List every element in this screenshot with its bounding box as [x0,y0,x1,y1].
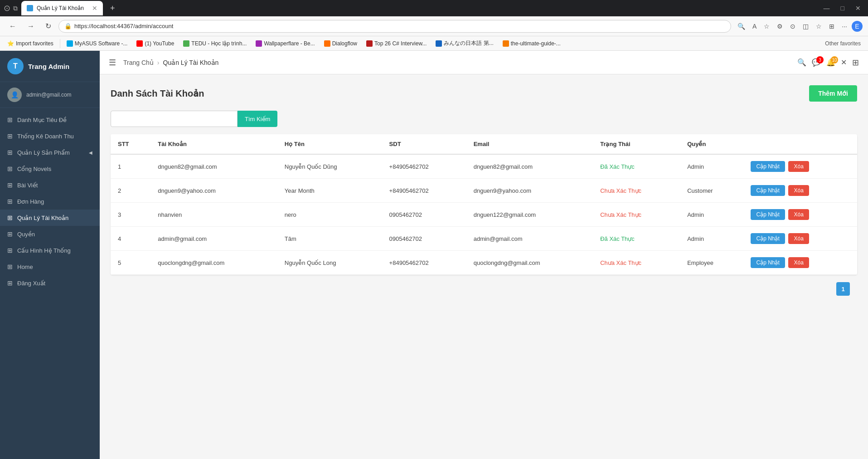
sidebar-logo: T [7,58,24,74]
delete-button-0[interactable]: Xóa [788,161,809,172]
cell-actions-1: Cập Nhật Xóa [743,179,857,203]
active-tab[interactable]: Quản Lý Tài Khoản ✕ [21,1,103,15]
col-tai-khoan: Tài Khoản [150,134,277,154]
bookmark-top26-label: Top 26 C# Interview... [374,40,427,47]
sidebar-item-cau-hinh[interactable]: ⊞ Cấu Hình Hệ Thống [0,242,100,259]
sidebar-item-cong-novels[interactable]: ⊞ Cổng Novels [0,161,100,177]
splitview-icon[interactable]: ◫ [800,21,811,32]
sidebar-item-quyen[interactable]: ⊞ Quyền [0,226,100,242]
star-icon[interactable]: ☆ [761,21,772,32]
update-button-4[interactable]: Cập Nhật [751,257,785,268]
delete-button-2[interactable]: Xóa [788,209,809,220]
page-1-button[interactable]: 1 [836,282,850,296]
other-favorites-label: Other favorites [825,40,861,47]
forward-button[interactable]: → [24,20,38,32]
bookmark-wallpaperflare[interactable]: Wallpaperflare - Be... [252,39,318,48]
search-button[interactable]: Tìm Kiếm [238,111,277,127]
table-row: 4 admin@gmail.com Tâm 0905462702 admin@g… [111,227,857,251]
bookmark-import-favorites[interactable]: ⭐ Import favorites [4,39,57,48]
translate-icon[interactable]: A [750,21,759,32]
breadcrumb-current: Quản Lý Tài Khoản [163,59,219,66]
bookmark-minnano-label: みんなの日本語 第... [444,39,493,47]
alert-button[interactable]: 🔔 10 [826,58,835,67]
address-bar[interactable]: 🔒 https://localhost:44367/admin/account [58,20,731,33]
col-ho-ten: Họ Tên [277,134,382,154]
cell-actions-3: Cập Nhật Xóa [743,227,857,251]
dang-xuat-label: Đăng Xuất [17,280,45,287]
sidebar-item-don-hang[interactable]: ⊞ Đơn Hàng [0,193,100,210]
cell-stt-0: 1 [111,154,150,179]
cell-sdt-3: 0905462702 [382,227,466,251]
bookmark-ultimate-icon [503,40,509,47]
cell-stt-1: 2 [111,179,150,203]
bookmark-myasus[interactable]: MyASUS Software -... [63,39,131,48]
cell-ho-ten-0: Nguyễn Quốc Dũng [277,154,382,179]
sidebar: T Trang Admin 👤 admin@gmail.com ⊞ Danh M… [0,51,100,459]
update-button-2[interactable]: Cập Nhật [751,209,785,220]
bookmark-myasus-label: MyASUS Software -... [75,40,128,47]
back-button[interactable]: ← [5,20,20,32]
reload-button[interactable]: ↻ [42,20,55,32]
bookmark-dialogflow-label: Dialogflow [332,40,357,47]
notification-badge: 3 [816,56,824,63]
search-topbar-button[interactable]: 🔍 [797,58,806,67]
update-button-3[interactable]: Cập Nhật [751,233,785,244]
cell-ho-ten-3: Tâm [277,227,382,251]
other-favorites-button[interactable]: Other favorites [821,39,864,48]
search-input[interactable] [111,111,238,127]
don-hang-label: Đơn Hàng [17,198,44,205]
sidebar-item-quan-ly-sp[interactable]: ⊞ Quản Lý Sản Phẩm ◀ [0,144,100,161]
extensions-icon[interactable]: ⚙ [774,21,786,32]
tab-close-button[interactable]: ✕ [92,5,97,12]
sidebar-item-bai-viet[interactable]: ⊞ Bài Viết [0,177,100,193]
update-button-1[interactable]: Cập Nhật [751,185,785,196]
bookmark-top26[interactable]: Top 26 C# Interview... [363,39,430,48]
tab-title: Quản Lý Tài Khoản [37,5,84,11]
sidebar-item-thong-ke[interactable]: ⊞ Thống Kê Doanh Thu [0,128,100,144]
update-button-0[interactable]: Cập Nhật [751,161,785,172]
close-button[interactable]: ✕ [852,4,864,13]
tab-icon [27,5,33,11]
sidebar-item-quan-ly-tk[interactable]: ⊞ Quản Lý Tài Khoản [0,210,100,226]
cell-quyen-0: Admin [680,154,743,179]
cell-email-2: dnguen122@gmail.com [466,203,593,227]
maximize-button[interactable]: □ [837,4,848,13]
delete-button-3[interactable]: Xóa [788,233,809,244]
sidebar-nav: ⊞ Danh Mục Tiêu Đề ⊞ Thống Kê Doanh Thu … [0,108,100,459]
cong-novels-icon: ⊞ [7,165,13,172]
table-row: 1 dnguen82@gmail.com Nguyễn Quốc Dũng +8… [111,154,857,179]
quan-ly-sp-icon: ⊞ [7,149,13,156]
add-new-button[interactable]: Thêm Mới [809,85,857,102]
table-header-row: STT Tài Khoản Họ Tên SDT Email Trạng Thá… [111,134,857,154]
settings-topbar-button[interactable]: ✕ [841,58,847,67]
history-icon[interactable]: ⊙ [787,21,798,32]
cell-quyen-2: Admin [680,203,743,227]
minimize-button[interactable]: — [820,4,834,13]
new-tab-button[interactable]: + [107,2,119,15]
sidebar-item-home[interactable]: ⊞ Home [0,259,100,275]
bookmark-tedu[interactable]: TEDU - Học lập trình... [179,39,250,48]
bookmark-youtube[interactable]: (1) YouTube [133,39,178,48]
profile-icon[interactable]: E [852,21,863,32]
pagination: 1 [111,275,857,303]
sidebar-item-dang-xuat[interactable]: ⊞ Đăng Xuất [0,275,100,291]
collections-icon[interactable]: ⊞ [826,21,837,32]
delete-button-1[interactable]: Xóa [788,185,809,196]
sidebar-user: 👤 admin@gmail.com [0,82,100,108]
sidebar-item-danh-muc[interactable]: ⊞ Danh Mục Tiêu Đề [0,112,100,128]
more-button[interactable]: ··· [839,21,850,32]
search-toolbar-icon[interactable]: 🔍 [735,21,748,32]
bookmark-minnano[interactable]: みんなの日本語 第... [432,39,497,48]
breadcrumb-home[interactable]: Trang Chủ [123,59,154,66]
notification-button[interactable]: 💬 3 [812,58,821,67]
col-sdt: SDT [382,134,466,154]
delete-button-4[interactable]: Xóa [788,257,809,268]
apps-button[interactable]: ⊞ [852,58,859,68]
bookmark-ultimate[interactable]: the-ultimate-guide-... [499,39,564,48]
favorites-icon[interactable]: ☆ [813,21,824,32]
home-label: Home [17,264,33,270]
quan-ly-tk-icon: ⊞ [7,214,13,221]
bookmark-dialogflow[interactable]: Dialogflow [320,39,361,48]
hamburger-button[interactable]: ☰ [109,58,116,68]
cell-tai-khoan-3: admin@gmail.com [150,227,277,251]
